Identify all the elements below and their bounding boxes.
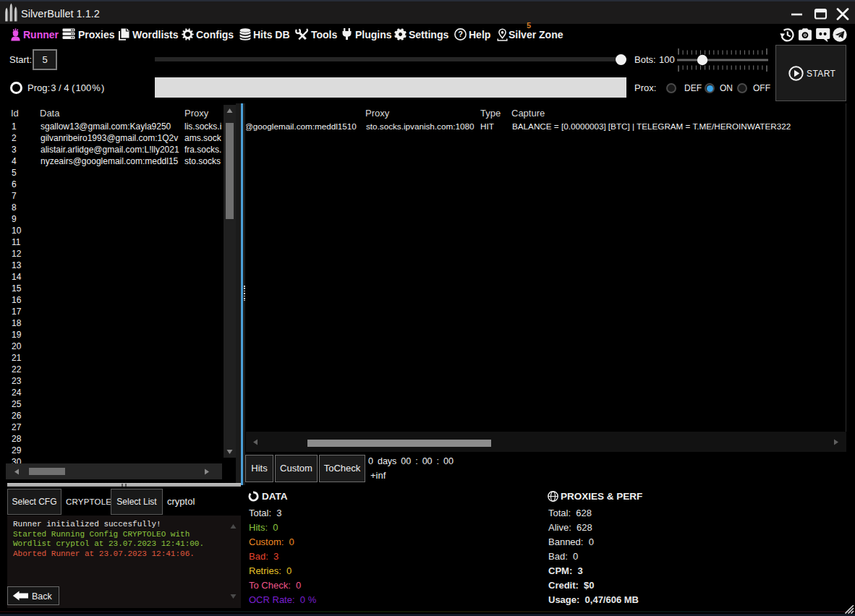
- svg-text:?: ?: [458, 30, 463, 38]
